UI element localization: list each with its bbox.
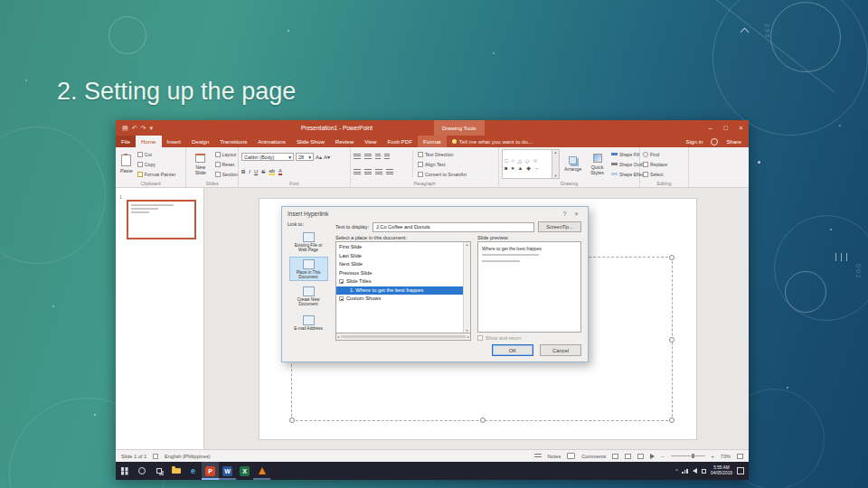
tab-file[interactable]: File	[116, 136, 136, 147]
show-and-return-checkbox[interactable]	[477, 335, 483, 341]
action-center-icon[interactable]	[737, 467, 744, 474]
tab-format[interactable]: Format	[418, 136, 447, 147]
shape-gallery-scroll[interactable]: ▴ ▾	[552, 149, 560, 179]
place-item[interactable]: First Slide	[336, 243, 463, 252]
shape-gallery[interactable]: □ ○ △ ◇ ☆ ■ ● ▲ ◆ → ▴ ▾	[502, 149, 560, 179]
zoom-level[interactable]: 73%	[721, 454, 731, 459]
arrange-button[interactable]: Arrange	[562, 149, 583, 179]
place-item[interactable]: Slide Titles	[336, 277, 463, 286]
minimize-button[interactable]: –	[703, 120, 718, 136]
strikethrough-button[interactable]: S	[261, 169, 265, 174]
underline-button[interactable]: U	[254, 169, 258, 174]
format-painter-button[interactable]: Format Painter	[137, 172, 175, 177]
dialog-help-button[interactable]: ?	[559, 211, 571, 217]
decrease-indent-icon[interactable]	[375, 154, 381, 159]
tab-animations[interactable]: Animations	[252, 136, 291, 147]
align-right-icon[interactable]	[375, 169, 382, 174]
cortana-search-button[interactable]	[133, 462, 150, 480]
place-item[interactable]: Custom Shows	[336, 295, 463, 304]
quick-styles-button[interactable]: Quick Styles	[586, 149, 609, 179]
ok-button[interactable]: OK	[492, 344, 533, 356]
slide-thumbnail[interactable]	[127, 200, 196, 239]
resize-handle[interactable]	[669, 418, 675, 423]
font-color-button[interactable]: A	[278, 168, 282, 175]
shape-outline-button[interactable]: Shape Outline	[611, 162, 637, 167]
italic-button[interactable]: I	[249, 169, 250, 174]
zoom-out-button[interactable]: −	[661, 454, 664, 459]
paste-button[interactable]: Paste	[118, 149, 135, 179]
dialog-close-button[interactable]: ×	[571, 211, 582, 217]
list-horizontal-scrollbar[interactable]: ◂ ▸	[335, 333, 471, 341]
slide-count-indicator[interactable]: Slide 1 of 1	[121, 454, 146, 459]
layout-button[interactable]: Layout	[215, 152, 235, 157]
place-item[interactable]: Previous Slide	[336, 269, 463, 278]
find-button[interactable]: Find	[643, 152, 667, 157]
justify-icon[interactable]	[386, 169, 393, 174]
slide-sorter-view-icon[interactable]	[625, 454, 631, 459]
sign-in-link[interactable]: Sign in	[686, 138, 703, 145]
link-place-in-document-button[interactable]: Place in This Document	[289, 257, 328, 281]
taskbar-clock[interactable]: 5:55 AM 04/05/2019	[711, 465, 732, 476]
powerpoint-taskbar-button[interactable]: P	[202, 462, 219, 480]
tab-foxit-pdf[interactable]: Foxit PDF	[382, 136, 418, 147]
tab-slide-show[interactable]: Slide Show	[291, 136, 330, 147]
highlight-button[interactable]: ab	[269, 168, 275, 175]
link-create-new-document-button[interactable]: Create New Document	[289, 284, 328, 308]
align-text-button[interactable]: Align Text	[418, 162, 467, 167]
zoom-slider-thumb[interactable]	[692, 454, 694, 458]
restore-button[interactable]: □	[718, 120, 733, 136]
replace-button[interactable]: Replace	[643, 162, 667, 167]
comments-button[interactable]: Comments	[581, 454, 606, 459]
save-icon[interactable]: ▤	[122, 125, 128, 132]
increase-indent-icon[interactable]	[384, 154, 390, 159]
tab-design[interactable]: Design	[186, 136, 214, 147]
word-taskbar-button[interactable]: W	[219, 462, 236, 480]
share-button[interactable]: Share	[726, 138, 741, 145]
new-slide-button[interactable]: New Slide	[189, 149, 212, 179]
vlc-taskbar-button[interactable]	[253, 462, 270, 480]
tab-view[interactable]: View	[359, 136, 382, 147]
slideshow-view-icon[interactable]	[650, 454, 655, 459]
grow-font-button[interactable]: A▴	[316, 154, 322, 160]
shrink-font-button[interactable]: A▾	[324, 154, 330, 160]
font-name-combo[interactable]: Calibri (Body) ▾	[241, 153, 294, 161]
select-button[interactable]: Select	[643, 172, 667, 177]
close-button[interactable]: ×	[733, 120, 749, 136]
cut-button[interactable]: Cut	[137, 152, 175, 157]
screentip-button[interactable]: ScreenTip...	[538, 221, 581, 232]
tell-me-box[interactable]: Tell me what you want to do...	[447, 136, 539, 147]
redo-icon[interactable]: ↷	[141, 125, 146, 132]
edge-button[interactable]: e	[184, 462, 202, 480]
tab-transitions[interactable]: Transitions	[214, 136, 252, 147]
collapse-icon[interactable]	[339, 279, 344, 284]
normal-view-icon[interactable]	[612, 454, 618, 459]
resize-handle[interactable]	[480, 418, 486, 423]
align-left-icon[interactable]	[354, 169, 361, 174]
start-button[interactable]	[116, 462, 133, 480]
file-explorer-button[interactable]	[167, 462, 184, 480]
place-item-selected[interactable]: 1. Where to get the best frappes	[336, 286, 463, 296]
font-size-combo[interactable]: 28 ▾	[296, 153, 314, 161]
task-view-button[interactable]	[150, 462, 167, 480]
resize-handle[interactable]	[669, 337, 675, 343]
reset-button[interactable]: Reset	[215, 162, 235, 167]
copy-button[interactable]: Copy	[137, 162, 175, 167]
notes-button[interactable]: Notes	[548, 454, 561, 459]
convert-smartart-button[interactable]: Convert to SmartArt	[418, 172, 467, 177]
comments-icon[interactable]	[567, 453, 575, 459]
volume-icon[interactable]	[693, 468, 697, 474]
qat-customize-icon[interactable]: ▾	[149, 125, 153, 132]
link-email-address-button[interactable]: E-mail Address	[289, 311, 328, 335]
undo-icon[interactable]: ↶	[132, 125, 137, 132]
reading-view-icon[interactable]	[637, 454, 644, 459]
resize-handle[interactable]	[289, 418, 295, 423]
tab-insert[interactable]: Insert	[162, 136, 186, 147]
place-item[interactable]: Next Slide	[336, 260, 463, 269]
zoom-in-button[interactable]: +	[712, 454, 714, 459]
collapse-icon[interactable]	[339, 296, 344, 301]
shape-fill-button[interactable]: Shape Fill	[611, 152, 637, 157]
tray-app-icon[interactable]	[702, 469, 706, 474]
numbering-icon[interactable]	[364, 154, 372, 159]
bullets-icon[interactable]	[354, 154, 361, 159]
place-item[interactable]: Last Slide	[336, 252, 463, 261]
